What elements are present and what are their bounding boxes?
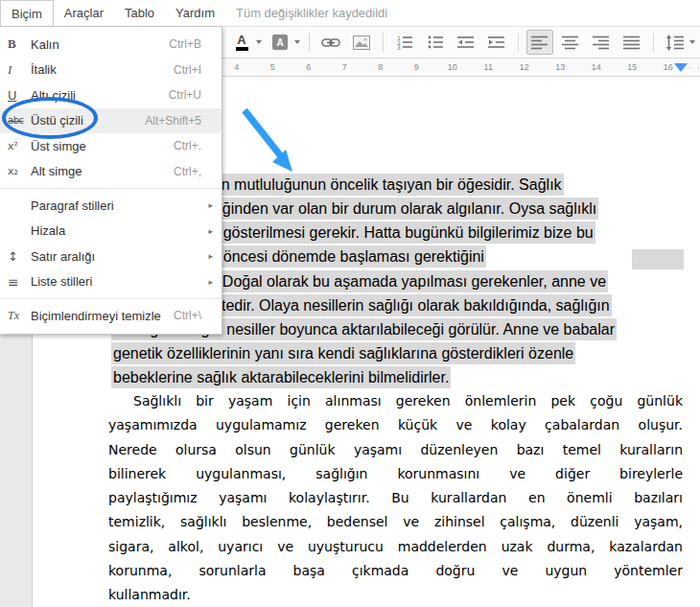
menu-item-shortcut: Ctrl+\ (174, 309, 201, 322)
toolbar-separator (653, 33, 654, 52)
submenu-arrow-icon: ▸ (208, 251, 213, 261)
strikethrough-icon: abc (8, 115, 31, 126)
menu-item[interactable]: x² Üst simge Ctrl+. (0, 133, 222, 159)
menu-item-shortcut: Alt+Shift+5 (145, 114, 201, 128)
ruler-number: 5 (255, 62, 292, 72)
ruler-number: 14 (578, 62, 615, 72)
submenu-arrow-icon: ▸ (208, 200, 213, 210)
ruler-numbers: 45678910111213141516 (219, 58, 687, 76)
right-indent-marker[interactable] (674, 63, 688, 72)
ruler-number: 11 (471, 62, 507, 72)
menu-item-shortcut: Ctrl+B (169, 37, 201, 51)
italic-icon: I (8, 62, 31, 78)
superscript-icon: x² (8, 140, 31, 152)
menu-item-label: Altı çizili (31, 88, 169, 103)
selected-text[interactable]: bebeklerine sağlık aktarabileceklerini b… (111, 366, 451, 388)
text-line[interactable]: paylaştığımız yaşamı kolaylaştırır. Bu k… (108, 490, 683, 514)
menu-item-label: Üst simge (31, 139, 174, 153)
align-right-button[interactable] (588, 30, 615, 55)
highlight-color-icon: A (272, 35, 288, 50)
selected-text[interactable]: genetik özelliklerinin yanı sıra kendi s… (111, 342, 575, 364)
text-line[interactable]: sigara, alkol, uyarıcı ve uyuşturucu mad… (108, 539, 683, 563)
menu-item[interactable]: U Altı çizili Ctrl+U (0, 82, 222, 108)
underline-icon: U (8, 88, 31, 103)
menu-item-shortcut: Ctrl+U (169, 88, 201, 102)
menu-item[interactable] (0, 188, 222, 189)
menu-item[interactable]: Tx Biçimlendirmeyi temizle Ctrl+\ (0, 303, 222, 329)
menu-item-label: Hizala (31, 223, 197, 238)
clear-formatting-icon: Tx (8, 309, 31, 323)
menubar-item[interactable]: Tablo (114, 0, 165, 26)
text-line[interactable]: korunma, sorunlarla başa çıkmada doğru v… (108, 563, 683, 587)
text-line[interactable]: kullanmadır. (108, 587, 683, 607)
svg-text:3: 3 (397, 44, 401, 51)
menu-item[interactable]: x₂ Alt simge Ctrl+, (0, 159, 222, 185)
numbered-list-button[interactable]: 123 (391, 30, 418, 55)
menu-item[interactable]: B Kalın Ctrl+B (0, 32, 222, 58)
list-styles-icon: ≡ (8, 274, 31, 290)
menu-item-shortcut: Ctrl+. (174, 139, 201, 152)
align-center-icon (562, 35, 579, 51)
menu-item-label: İtalik (31, 62, 174, 77)
menu-item-shortcut: Ctrl+, (174, 165, 201, 178)
text-line[interactable]: Sağlıklı bir yaşam için alınması gereken… (108, 393, 683, 417)
text-line[interactable]: bebeklerine sağlık aktarabileceklerini b… (111, 369, 687, 393)
increase-indent-button[interactable] (483, 30, 510, 55)
text-color-dropdown-icon[interactable] (256, 40, 262, 44)
ruler-number: 13 (543, 62, 579, 72)
text-line[interactable]: Nerede olursa olsun günlük yaşamı düzenl… (108, 442, 683, 466)
ruler-number: 9 (399, 62, 435, 72)
line-spacing-button[interactable] (662, 30, 688, 55)
menu-item[interactable]: ↕ Satır aralığı ▸ (0, 244, 222, 269)
ruler-number: 10 (434, 62, 471, 72)
menubar-item[interactable]: Araçlar (54, 0, 114, 26)
menubar-item[interactable]: Biçim (0, 0, 54, 27)
menu-item[interactable]: Paragraf stilleri ▸ (0, 193, 222, 219)
menu-item-label: Alt simge (31, 164, 174, 178)
justify-button[interactable] (618, 30, 645, 55)
text-line[interactable]: temizlik, sağlıklı beslenme, bedensel ve… (108, 514, 683, 538)
ruler-number: 12 (506, 62, 543, 72)
decrease-indent-icon (457, 35, 475, 50)
text-color-bar (236, 47, 248, 51)
bulleted-list-icon (427, 35, 444, 50)
align-right-icon (593, 35, 610, 51)
highlight-color-dropdown-icon[interactable] (294, 40, 300, 44)
menu-item-label: Liste stilleri (31, 274, 197, 289)
selection-fragment (632, 249, 684, 269)
align-left-icon (531, 35, 548, 51)
menu-item-label: Üstü çizili (31, 113, 145, 128)
menu-item[interactable] (0, 298, 222, 299)
toolbar-separator (309, 33, 310, 52)
line-spacing-icon (665, 35, 685, 51)
ruler-number: 4 (219, 62, 255, 72)
align-center-button[interactable] (557, 30, 584, 55)
menu-item[interactable]: ≡ Liste stilleri ▸ (0, 269, 222, 295)
bold-icon: B (8, 36, 31, 52)
highlight-color-button[interactable]: A (267, 30, 293, 55)
menu-item[interactable]: abc Üstü çizili Alt+Shift+5 (0, 108, 222, 134)
ruler-number: 7 (327, 62, 363, 72)
menu-item[interactable]: Hizala ▸ (0, 219, 222, 245)
image-icon (353, 35, 370, 50)
format-menu: B Kalın Ctrl+B I İtalik Ctrl+I U Altı çi… (0, 26, 222, 335)
text-color-button[interactable]: A (228, 30, 255, 55)
decrease-indent-button[interactable] (453, 30, 479, 55)
subscript-icon: x₂ (8, 165, 31, 177)
ruler-number: 8 (362, 62, 399, 72)
insert-link-button[interactable] (317, 30, 344, 55)
menu-item-shortcut: Ctrl+I (174, 63, 201, 77)
bulleted-list-button[interactable] (422, 30, 449, 55)
menu-item-label: Biçimlendirmeyi temizle (31, 309, 174, 323)
text-line[interactable]: yaşamımızda uygulamamız gereken küçük ve… (108, 417, 683, 441)
line-spacing-dropdown-icon[interactable] (689, 40, 695, 44)
submenu-arrow-icon: ▸ (208, 226, 213, 236)
text-color-icon: A (237, 34, 245, 46)
menu-item[interactable]: I İtalik Ctrl+I (0, 58, 222, 83)
ruler-number: 15 (615, 62, 651, 72)
text-line[interactable]: bilinerek uygulanması, sağlığın korunmas… (108, 466, 683, 490)
menu-item-label: Paragraf stilleri (31, 198, 197, 213)
save-status: Tüm değişiklikler kaydedildi (236, 6, 387, 20)
insert-image-button[interactable] (348, 30, 375, 55)
align-left-button[interactable] (526, 30, 553, 55)
